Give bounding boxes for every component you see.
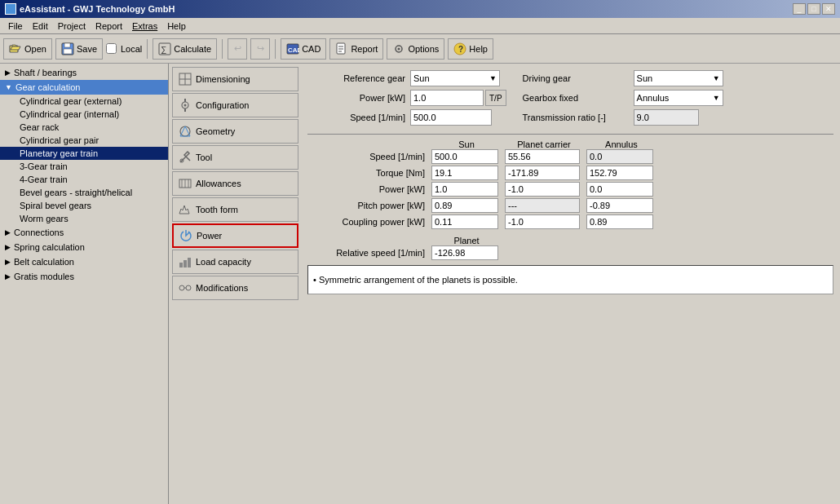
gearbox-fixed-select[interactable]: Annulus ▼ (634, 90, 723, 106)
pitch-power-sun-input[interactable] (431, 198, 498, 213)
power-sun-input[interactable] (431, 182, 498, 197)
minimize-button[interactable]: _ (793, 3, 806, 15)
power-input[interactable] (410, 90, 484, 106)
power-row-label: Power [kW] (307, 184, 430, 194)
menu-help[interactable]: Help (162, 20, 191, 33)
relative-speed-input[interactable] (431, 245, 498, 260)
pitch-power-annulus-cell (585, 198, 658, 213)
coupling-power-sun-cell (430, 214, 503, 229)
torque-annulus-input[interactable] (586, 166, 653, 180)
svg-rect-30 (179, 263, 183, 267)
modifications-icon (178, 281, 192, 295)
speed-sun-input[interactable] (431, 149, 498, 164)
power-annulus-input[interactable] (586, 182, 653, 197)
sidebar-item-cyl-pair[interactable]: Cylindrical gear pair (0, 134, 168, 147)
transmission-ratio-label: Transmission ratio [-] (523, 113, 629, 122)
speed-pc-cell (503, 149, 585, 164)
torque-pc-input[interactable] (505, 166, 580, 180)
tool-button[interactable]: Tool (172, 145, 298, 170)
sidebar-item-planetary[interactable]: Planetary gear train (0, 147, 168, 160)
load-capacity-button[interactable]: Load capacity (172, 250, 298, 274)
sidebar-gratis-modules[interactable]: ▶ Gratis modules (0, 269, 168, 284)
driving-gear-select[interactable]: Sun ▼ (634, 70, 723, 86)
sidebar-item-worm[interactable]: Worm gears (0, 212, 168, 225)
menu-edit[interactable]: Edit (28, 20, 53, 33)
sidebar-shaft-bearings[interactable]: ▶ Shaft / bearings (0, 65, 168, 80)
maximize-button[interactable]: □ (807, 3, 820, 15)
cad-icon: CAD (286, 42, 299, 55)
redo-button[interactable]: ↪ (250, 38, 270, 60)
menu-file[interactable]: File (3, 20, 28, 33)
power-label: Power [kW] (307, 93, 405, 103)
sidebar-item-cyl-ext[interactable]: Cylindrical gear (external) (0, 95, 168, 108)
sidebar-item-3gear[interactable]: 3-Gear train (0, 160, 168, 173)
cad-button[interactable]: CAD CAD (281, 38, 326, 60)
status-message: • Symmetric arrangement of the planets i… (313, 275, 518, 285)
open-button[interactable]: Open (3, 38, 52, 60)
top-form: Reference gear Sun ▼ Power [kW] T/P (307, 70, 833, 129)
reference-gear-select[interactable]: Sun ▼ (410, 70, 500, 86)
dimensioning-button[interactable]: Dimensioning (172, 67, 298, 91)
sidebar-item-4gear[interactable]: 4-Gear train (0, 173, 168, 186)
options-button[interactable]: Options (387, 38, 444, 60)
pitch-power-row-label: Pitch power [kW] (307, 201, 430, 210)
svg-point-34 (186, 285, 191, 290)
local-checkbox[interactable] (106, 43, 117, 54)
sidebar-item-gear-rack[interactable]: Gear rack (0, 121, 168, 134)
th-sun: Sun (430, 139, 503, 149)
speed-input[interactable] (410, 109, 492, 126)
reference-gear-label: Reference gear (307, 73, 405, 83)
svg-point-23 (180, 126, 190, 136)
sidebar-item-cyl-int[interactable]: Cylindrical gear (internal) (0, 108, 168, 121)
geometry-button[interactable]: Geometry (172, 119, 298, 144)
undo-button[interactable]: ↩ (228, 38, 247, 60)
sidebar-connections[interactable]: ▶ Connections (0, 225, 168, 240)
menu-report[interactable]: Report (91, 20, 127, 33)
coupling-power-sun-input[interactable] (431, 214, 498, 229)
pitch-power-annulus-input[interactable] (586, 198, 653, 213)
configuration-button[interactable]: Configuration (172, 93, 298, 117)
power-button[interactable]: Power (172, 223, 298, 248)
menu-bar: File Edit Project Report Extras Help (0, 18, 840, 34)
expand-triangle: ▼ (5, 83, 12, 91)
svg-point-13 (398, 47, 400, 50)
tooth-form-button[interactable]: Tooth form (172, 197, 298, 222)
sidebar-spring-calc[interactable]: ▶ Spring calculation (0, 240, 168, 254)
gearbox-fixed-row: Gearbox fixed Annulus ▼ (523, 90, 723, 106)
coupling-power-annulus-input[interactable] (586, 214, 653, 229)
sidebar-gear-calculation[interactable]: ▼ Gear calculation (0, 80, 168, 95)
power-pc-cell (503, 182, 585, 197)
modifications-button[interactable]: Modifications (172, 276, 298, 300)
menu-extras[interactable]: Extras (127, 20, 162, 33)
transmission-ratio-input[interactable] (634, 109, 699, 126)
configuration-icon (178, 98, 192, 113)
collapse-triangle: ▶ (5, 69, 11, 77)
sidebar-item-bevel[interactable]: Bevel gears - straight/helical (0, 186, 168, 199)
window-controls[interactable]: _ □ ✕ (793, 3, 835, 15)
svg-point-33 (179, 285, 184, 290)
speed-row-label: Speed [1/min] (307, 152, 430, 161)
sidebar-belt-calc[interactable]: ▶ Belt calculation (0, 254, 168, 269)
report-button[interactable]: Report (329, 38, 383, 60)
options-icon (392, 42, 405, 55)
pitch-power-pc-input[interactable] (505, 198, 580, 213)
menu-project[interactable]: Project (53, 20, 91, 33)
planet-section: Planet Relative speed [1/min] (307, 236, 833, 260)
save-button[interactable]: Save (55, 38, 103, 60)
torque-sun-input[interactable] (431, 166, 498, 180)
speed-annulus-input[interactable] (586, 149, 653, 164)
power-data-row: Power [kW] (307, 182, 833, 197)
allowances-button[interactable]: Allowances (172, 171, 298, 196)
power-pc-input[interactable] (505, 182, 580, 197)
speed-pc-input[interactable] (505, 149, 580, 164)
help-button[interactable]: ? Help (448, 38, 493, 60)
coupling-power-pc-input[interactable] (505, 214, 580, 229)
sidebar-item-spiral[interactable]: Spiral bevel gears (0, 199, 168, 212)
power-row: Power [kW] T/P (307, 90, 506, 106)
tp-button[interactable]: T/P (485, 90, 506, 106)
calculate-button[interactable]: ∑ Calculate (153, 38, 217, 60)
right-form-col: Driving gear Sun ▼ Gearbox fixed Annulus… (523, 70, 723, 129)
local-label: Local (121, 44, 142, 54)
close-button[interactable]: ✕ (822, 3, 835, 15)
driving-gear-row: Driving gear Sun ▼ (523, 70, 723, 86)
